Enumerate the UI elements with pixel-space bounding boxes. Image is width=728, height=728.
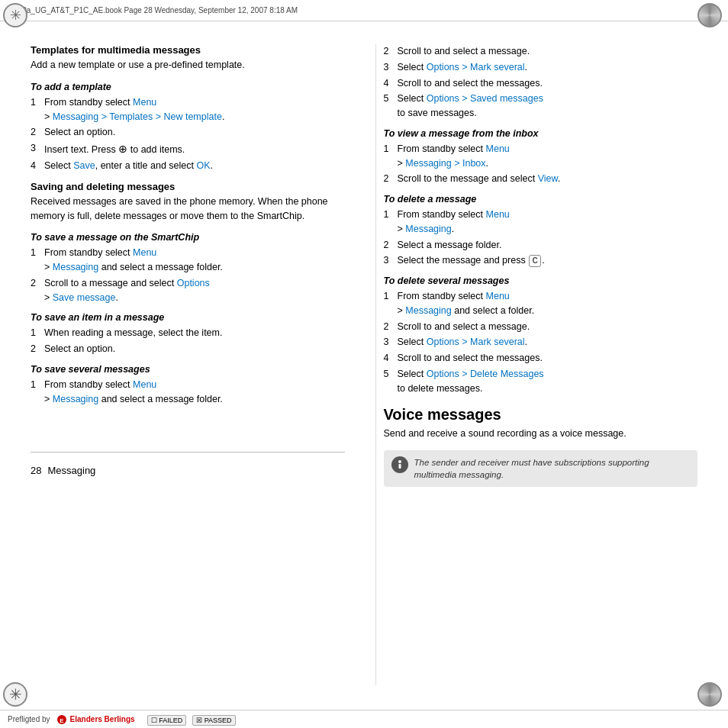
steps-list-1: 1 From standby select Menu> Messaging > … <box>31 95 345 173</box>
subsection4-title: To save several messages <box>31 364 345 375</box>
step-7-1: 1 From standby select Menu> Messaging an… <box>384 289 698 318</box>
svg-point-0 <box>398 460 401 463</box>
step-cont-4: 4 Scroll to and select the messages. <box>384 76 698 91</box>
subsection1-title: To add a template <box>31 82 345 92</box>
header-bar: Z750a_UG_AT&T_P1C_AE.book Page 28 Wednes… <box>0 0 728 21</box>
corner-decoration-br <box>697 682 725 710</box>
step-1-4: 4 Select Save, enter a title and select … <box>31 159 345 173</box>
main-content: Templates for multimedia messages Add a … <box>0 21 728 693</box>
page-label: Messaging <box>47 465 95 476</box>
step-2-1: 1 From standby select Menu> Messaging an… <box>31 246 345 275</box>
step-3-2: 2 Select an option. <box>31 342 345 356</box>
passed-badge: ☒ PASSED <box>192 715 235 726</box>
steps-list-7: 1 From standby select Menu> Messaging an… <box>384 289 698 395</box>
section1-title: Templates for multimedia messages <box>31 44 345 56</box>
step-7-3: 3 Select Options > Mark several. <box>384 335 698 350</box>
footer-bar: Prefligted by E Elanders Berlings ☐ FAIL… <box>0 710 728 728</box>
step-4-1: 1 From standby select Menu> Messaging an… <box>31 378 345 407</box>
section2-intro: Received messages are saved in the phone… <box>31 195 345 224</box>
corner-decoration-tr <box>697 3 725 31</box>
step-cont-3: 3 Select Options > Mark several. <box>384 60 698 75</box>
left-column: Templates for multimedia messages Add a … <box>31 44 353 685</box>
elanders-name: Elanders Berlings <box>70 715 135 723</box>
step-6-1: 1 From standby select Menu> Messaging. <box>384 208 698 237</box>
step-6-2: 2 Select a message folder. <box>384 238 698 253</box>
svg-rect-1 <box>398 464 401 469</box>
step-3-1: 1 When reading a message, select the ite… <box>31 326 345 340</box>
subsection7-title: To delete several messages <box>384 275 698 286</box>
elanders-logo: E Elanders Berlings <box>56 714 135 725</box>
step-1-3: 3 Insert text. Press ⊕ to add items. <box>31 141 345 157</box>
voice-intro: Send and receive a sound recording as a … <box>384 427 698 441</box>
steps-list-6: 1 From standby select Menu> Messaging. 2… <box>384 208 698 268</box>
svg-text:E: E <box>60 717 64 724</box>
voice-title: Voice messages <box>384 406 698 424</box>
section1-intro: Add a new template or use a pre-defined … <box>31 58 345 72</box>
note-text: The sender and receiver must have subscr… <box>414 456 691 481</box>
page-number-area: 28 Messaging <box>31 452 345 476</box>
step-cont-5: 5 Select Options > Saved messagesto save… <box>384 92 698 121</box>
subsection5-title: To view a message from the inbox <box>384 128 698 139</box>
right-column: 2 Scroll to and select a message. 3 Sele… <box>375 44 698 685</box>
subsection6-title: To delete a message <box>384 194 698 205</box>
step-7-5: 5 Select Options > Delete Messagesto del… <box>384 367 698 396</box>
steps-list-2: 1 From standby select Menu> Messaging an… <box>31 246 345 304</box>
step-7-2: 2 Scroll to and select a message. <box>384 320 698 334</box>
failed-badge: ☐ FAILED <box>147 715 187 726</box>
steps-list-4: 1 From standby select Menu> Messaging an… <box>31 378 345 407</box>
step-cont-2: 2 Scroll to and select a message. <box>384 44 698 59</box>
note-box: The sender and receiver must have subscr… <box>384 450 698 487</box>
step-2-2: 2 Scroll to a message and select Options… <box>31 276 345 305</box>
step-1-1: 1 From standby select Menu> Messaging > … <box>31 95 345 124</box>
page-number: 28 <box>31 465 41 476</box>
corner-decoration-bl: ✳ <box>3 682 31 710</box>
step-5-1: 1 From standby select Menu> Messaging > … <box>384 142 698 171</box>
step-1-2: 2 Select an option. <box>31 125 345 140</box>
c-button-icon: C <box>529 255 541 267</box>
preflight-text: Prefligted by <box>8 715 50 723</box>
step-6-3: 3 Select the message and press C. <box>384 253 698 268</box>
header-text: Z750a_UG_AT&T_P1C_AE.book Page 28 Wednes… <box>9 6 298 14</box>
note-icon <box>391 456 408 473</box>
step-7-4: 4 Scroll to and select the messages. <box>384 351 698 366</box>
subsection3-title: To save an item in a message <box>31 312 345 323</box>
steps-list-5: 1 From standby select Menu> Messaging > … <box>384 142 698 186</box>
steps-list-3: 1 When reading a message, select the ite… <box>31 326 345 356</box>
step-5-2: 2 Scroll to the message and select View. <box>384 172 698 186</box>
steps-continued: 2 Scroll to and select a message. 3 Sele… <box>384 44 698 121</box>
subsection2-title: To save a message on the SmartChip <box>31 232 345 243</box>
corner-decoration-tl: ✳ <box>3 3 31 31</box>
section2-title: Saving and deleting messages <box>31 181 345 192</box>
